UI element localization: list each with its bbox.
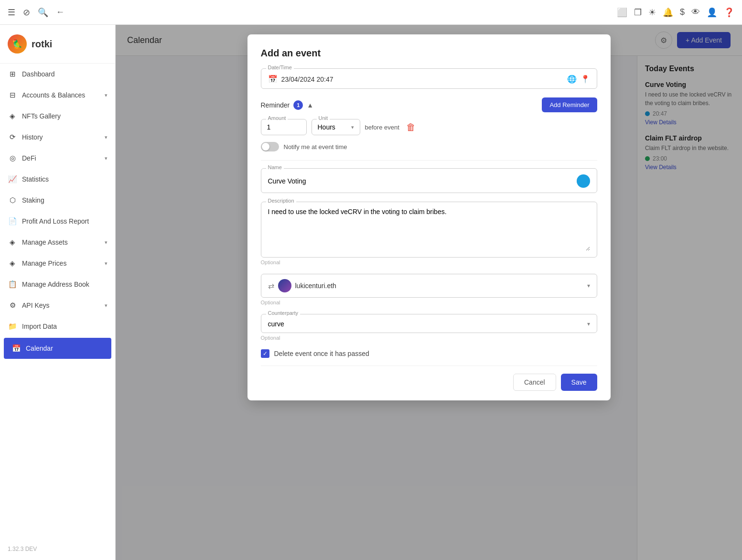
sidebar-item-import-data[interactable]: 📁 Import Data <box>0 316 115 337</box>
description-input[interactable]: I need to use the locked veCRV in the vo… <box>268 208 590 251</box>
sidebar-label-address-book: Manage Address Book <box>22 280 89 288</box>
sidebar-item-api-keys[interactable]: ⚙ API Keys ▾ <box>0 295 115 316</box>
bell-icon[interactable]: 🔔 <box>663 7 673 18</box>
datetime-fieldset: Date/Time 📅 23/04/2024 20:47 🌐 📍 <box>261 68 597 89</box>
cancel-button[interactable]: Cancel <box>513 374 556 391</box>
sidebar-label-manage-prices: Manage Prices <box>22 259 66 267</box>
calendar-input-icon: 📅 <box>268 75 278 84</box>
chevron-history-icon: ▾ <box>105 134 108 140</box>
logo-text: rotki <box>32 39 52 50</box>
eye-icon[interactable]: 👁 <box>691 7 700 17</box>
sidebar-label-api-keys: API Keys <box>22 302 50 309</box>
reminder-header: Reminder 1 ▲ Add Reminder <box>261 97 597 112</box>
back-arrow-icon[interactable]: ← <box>56 7 65 17</box>
save-button[interactable]: Save <box>561 374 597 391</box>
address-name-text: lukicenturi.eth <box>295 282 583 290</box>
topbar-right: ⬜ ❐ ☀ 🔔 $ 👁 👤 ❓ <box>617 7 734 18</box>
main-area: Calendar ⚙ + Add Event Today Events Curv… <box>116 25 742 560</box>
version-text: 1.32.3 DEV <box>8 546 37 552</box>
sidebar-footer: 1.32.3 DEV <box>0 538 115 560</box>
staking-icon: ⬡ <box>8 195 17 205</box>
reminder-badge: 1 <box>293 100 303 110</box>
topbar-left: ☰ ⊘ 🔍 ← <box>8 7 65 18</box>
chevron-prices-icon: ▾ <box>105 260 108 267</box>
sidebar-item-history[interactable]: ⟳ History ▾ <box>0 127 115 148</box>
sidebar-label-nfts: NFTs Gallery <box>22 112 61 120</box>
topbar: ☰ ⊘ 🔍 ← ⬜ ❐ ☀ 🔔 $ 👁 👤 ❓ <box>0 0 742 25</box>
counterparty-fieldset: Counterparty ▾ <box>261 314 597 333</box>
modal: Add an event Date/Time 📅 23/04/2024 20:4… <box>247 56 611 400</box>
datetime-field-group: Date/Time 📅 23/04/2024 20:47 🌐 📍 <box>261 68 597 89</box>
amount-input[interactable] <box>267 123 301 131</box>
help-icon[interactable]: ❓ <box>724 7 734 18</box>
sidebar-label-accounts: Accounts & Balances <box>22 91 85 99</box>
delete-reminder-icon[interactable]: 🗑 <box>406 122 416 133</box>
chevron-api-icon: ▾ <box>105 302 108 309</box>
globe-icon[interactable]: 🌐 <box>567 75 577 84</box>
sidebar-item-manage-assets[interactable]: ◈ Manage Assets ▾ <box>0 232 115 253</box>
counterparty-input[interactable] <box>268 320 587 328</box>
counterparty-chevron-icon: ▾ <box>587 321 590 327</box>
chevron-assets-icon: ▾ <box>105 239 108 246</box>
description-label: Description <box>266 198 296 204</box>
monitor-icon[interactable]: ⬜ <box>617 7 627 18</box>
sidebar-item-calendar[interactable]: 📅 Calendar <box>4 338 111 359</box>
no-signal-icon[interactable]: ⊘ <box>23 7 30 18</box>
name-input[interactable] <box>268 177 573 185</box>
sidebar-item-staking[interactable]: ⬡ Staking <box>0 190 115 211</box>
name-color-picker[interactable] <box>577 174 590 188</box>
manage-assets-icon: ◈ <box>8 237 17 247</box>
modal-title: Add an event <box>261 56 597 59</box>
counterparty-label: Counterparty <box>266 310 301 316</box>
sidebar-item-manage-prices[interactable]: ◈ Manage Prices ▾ <box>0 253 115 274</box>
reminder-label: Reminder <box>261 101 290 109</box>
content-row: Today Events Curve Voting I need to use … <box>116 56 742 560</box>
menu-icon[interactable]: ☰ <box>8 7 15 18</box>
defi-icon: ◎ <box>8 153 17 163</box>
reminder-chevron-up-icon[interactable]: ▲ <box>307 101 313 109</box>
sidebar-label-profit: Profit And Loss Report <box>22 217 89 225</box>
name-field-group: Name <box>261 168 597 193</box>
sidebar-item-statistics[interactable]: 📈 Statistics <box>0 169 115 190</box>
datetime-value: 23/04/2024 20:47 <box>281 75 563 83</box>
notify-toggle[interactable] <box>261 142 279 151</box>
delete-checkbox-label: Delete event once it has passed <box>274 350 369 357</box>
sidebar-item-accounts-balances[interactable]: ⊟ Accounts & Balances ▾ <box>0 85 115 106</box>
add-reminder-button[interactable]: Add Reminder <box>542 97 597 112</box>
import-icon: 📁 <box>8 322 17 331</box>
dollar-icon[interactable]: $ <box>680 7 685 17</box>
sidebar-item-dashboard[interactable]: ⊞ Dashboard <box>0 64 115 85</box>
address-chevron-icon: ▾ <box>587 282 590 289</box>
description-fieldset: Description I need to use the locked veC… <box>261 202 597 258</box>
name-label: Name <box>266 164 284 170</box>
modal-footer: Cancel Save <box>261 366 597 391</box>
unit-select[interactable]: Hours Minutes Days Weeks <box>318 123 348 131</box>
amount-field: Amount <box>261 119 307 135</box>
divider-1 <box>261 160 597 161</box>
sidebar-label-dashboard: Dashboard <box>22 70 55 78</box>
sidebar-label-history: History <box>22 133 43 141</box>
sidebar-item-profit-loss[interactable]: 📄 Profit And Loss Report <box>0 211 115 232</box>
user-icon[interactable]: 👤 <box>707 7 717 18</box>
description-optional-label: Optional <box>261 259 597 265</box>
address-select-wrapper[interactable]: ⇄ lukicenturi.eth ▾ <box>261 274 597 298</box>
sidebar: 🦜 rotki ⊞ Dashboard ⊟ Accounts & Balance… <box>0 25 116 560</box>
address-optional-label: Optional <box>261 300 597 305</box>
sun-icon[interactable]: ☀ <box>648 7 656 18</box>
sidebar-item-defi[interactable]: ◎ DeFi ▾ <box>0 148 115 169</box>
location-icon[interactable]: 📍 <box>581 75 590 84</box>
chevron-defi-icon: ▾ <box>105 155 108 162</box>
sidebar-label-statistics: Statistics <box>22 175 49 183</box>
profit-icon: 📄 <box>8 216 17 226</box>
api-keys-icon: ⚙ <box>8 301 17 310</box>
sidebar-label-import: Import Data <box>22 323 57 330</box>
sidebar-item-address-book[interactable]: 📋 Manage Address Book <box>0 274 115 295</box>
unit-field: Unit Hours Minutes Days Weeks ▾ <box>312 119 360 135</box>
sidebar-item-nfts[interactable]: ◈ NFTs Gallery <box>0 106 115 127</box>
search-icon[interactable]: 🔍 <box>38 7 48 18</box>
before-event-text: before event <box>365 124 399 131</box>
delete-checkbox[interactable]: ✓ <box>261 349 269 358</box>
checkbox-check-icon: ✓ <box>263 350 268 357</box>
address-arrows-icon: ⇄ <box>268 281 274 291</box>
layers-icon[interactable]: ❐ <box>634 7 642 18</box>
